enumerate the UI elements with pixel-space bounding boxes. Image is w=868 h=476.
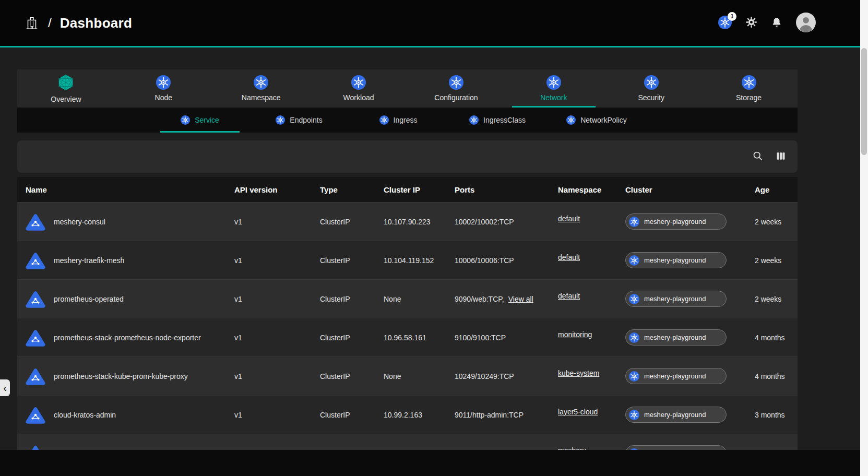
service-icon	[26, 212, 45, 232]
scrollbar-thumb[interactable]	[861, 48, 867, 155]
notifications-button[interactable]	[771, 17, 782, 30]
kubernetes-icon	[156, 75, 171, 90]
kubernetes-context-button[interactable]: 1	[718, 16, 732, 31]
subtab-ingress[interactable]: Ingress	[349, 108, 448, 133]
cluster-chip[interactable]: meshery-playground	[625, 252, 727, 268]
search-button[interactable]	[752, 150, 763, 163]
ports-value: 10002/10002:TCP	[455, 218, 514, 226]
cluster-name: meshery-playground	[644, 295, 706, 303]
service-icon	[26, 328, 45, 348]
cluster-chip[interactable]: meshery-playground	[625, 368, 727, 384]
column-header-cluster[interactable]: Cluster	[617, 185, 746, 194]
tab-namespace[interactable]: Namespace	[212, 69, 310, 108]
namespace-link[interactable]: monitoring	[558, 330, 592, 339]
tab-workload[interactable]: Workload	[310, 69, 408, 108]
search-icon	[752, 150, 763, 163]
tab-security[interactable]: Security	[602, 69, 700, 108]
cluster-cell: meshery-playground	[617, 368, 746, 384]
tab-storage[interactable]: Storage	[700, 69, 798, 108]
kubernetes-icon	[379, 115, 389, 125]
api-version-cell: v1	[226, 218, 312, 226]
cluster-name: meshery-playground	[644, 411, 706, 419]
namespace-cell: meshery	[550, 446, 617, 450]
table-body: meshery-consulv1ClusterIP10.107.90.22310…	[17, 202, 798, 450]
namespace-link[interactable]: default	[558, 292, 580, 300]
tab-network[interactable]: Network	[505, 69, 602, 108]
page-bottom-strip	[0, 450, 860, 476]
column-header-cluster-ip[interactable]: Cluster IP	[375, 185, 446, 194]
namespace-link[interactable]: meshery	[558, 446, 586, 450]
kubernetes-icon	[644, 75, 659, 90]
settings-button[interactable]	[745, 16, 757, 30]
resource-tabs: OverviewNodeNamespaceWorkloadConfigurati…	[17, 69, 798, 108]
user-menu-button[interactable]	[796, 13, 816, 34]
building-icon	[24, 15, 40, 31]
tab-configuration[interactable]: Configuration	[408, 69, 505, 108]
avatar	[796, 13, 816, 34]
ports-cell: 9100/9100:TCP	[446, 334, 550, 342]
table-row[interactable]: meshery-traefik-meshv1ClusterIP10.104.11…	[17, 241, 798, 279]
table-row[interactable]: mesherymeshery-playground	[17, 434, 798, 450]
tab-node[interactable]: Node	[115, 69, 212, 108]
namespace-link[interactable]: default	[558, 253, 580, 261]
subtab-networkpolicy[interactable]: NetworkPolicy	[547, 108, 646, 133]
table-row[interactable]: prometheus-stack-kube-prom-kube-proxyv1C…	[17, 356, 798, 395]
namespace-link[interactable]: kube-system	[558, 369, 599, 377]
view-columns-button[interactable]	[776, 151, 786, 163]
service-name-cell: prometheus-stack-prometheus-node-exporte…	[17, 328, 226, 348]
column-header-namespace[interactable]: Namespace	[550, 185, 617, 194]
age-cell: 4 months	[746, 372, 798, 380]
column-header-age[interactable]: Age	[746, 185, 798, 194]
kubernetes-icon	[254, 75, 268, 90]
breadcrumb: / Dashboard	[24, 15, 132, 31]
column-header-name[interactable]: Name	[17, 185, 226, 194]
service-name-cell: prometheus-stack-kube-prom-kube-proxy	[17, 366, 226, 386]
cluster-chip[interactable]: meshery-playground	[625, 445, 727, 450]
table-row[interactable]: prometheus-stack-prometheus-node-exporte…	[17, 318, 798, 356]
service-icon	[26, 366, 45, 386]
subtab-label: Endpoints	[290, 116, 322, 124]
view-all-ports-link[interactable]: View all	[508, 295, 533, 303]
table-row[interactable]: meshery-consulv1ClusterIP10.107.90.22310…	[17, 202, 798, 241]
service-name-cell: meshery-consul	[17, 212, 226, 232]
ports-cell: 9011/http-admin:TCP	[446, 411, 550, 419]
cluster-chip[interactable]: meshery-playground	[625, 407, 727, 423]
ports-cell: 10249/10249:TCP	[446, 372, 550, 380]
cluster-chip[interactable]: meshery-playground	[625, 213, 727, 230]
cluster-ip-cell: None	[375, 295, 446, 303]
column-header-api-version[interactable]: API version	[226, 185, 312, 194]
namespace-cell: default	[550, 215, 617, 223]
column-header-type[interactable]: Type	[312, 185, 375, 194]
cluster-ip-cell: 10.104.119.152	[375, 256, 446, 265]
column-header-ports[interactable]: Ports	[446, 185, 550, 194]
cluster-name: meshery-playground	[644, 256, 706, 264]
tab-overview[interactable]: Overview	[17, 69, 115, 108]
cluster-chip[interactable]: meshery-playground	[625, 291, 727, 307]
kubernetes-icon	[469, 115, 479, 125]
tab-label: Node	[155, 93, 172, 102]
drawer-collapse-toggle[interactable]: ‹	[0, 379, 10, 396]
cluster-ip-cell: 10.96.58.161	[375, 334, 446, 342]
cluster-cell: meshery-playground	[617, 291, 746, 307]
subtab-ingressclass[interactable]: IngressClass	[448, 108, 547, 133]
tab-label: Network	[540, 93, 567, 102]
page-scrollbar[interactable]	[860, 0, 868, 476]
namespace-link[interactable]: layer5-cloud	[558, 408, 598, 416]
cluster-chip[interactable]: meshery-playground	[625, 329, 727, 346]
ports-cell: 9090/web:TCP,View all	[446, 295, 550, 303]
namespace-link[interactable]: default	[558, 215, 580, 223]
age-cell: 3 months	[746, 411, 798, 419]
table-row[interactable]: prometheus-operatedv1ClusterIPNone9090/w…	[17, 279, 798, 318]
subtab-endpoints[interactable]: Endpoints	[249, 108, 349, 133]
ports-cell: 10006/10006:TCP	[446, 256, 550, 265]
age-cell: 2 weeks	[746, 218, 798, 226]
kubernetes-icon	[629, 294, 639, 304]
namespace-cell: default	[550, 292, 617, 300]
table-row[interactable]: cloud-kratos-adminv1ClusterIP10.99.2.163…	[17, 395, 798, 434]
cluster-ip-cell: 10.99.2.163	[375, 411, 446, 419]
cluster-cell: meshery-playground	[617, 407, 746, 423]
cluster-name: meshery-playground	[644, 218, 706, 225]
subtab-service[interactable]: Service	[150, 108, 249, 133]
type-cell: ClusterIP	[312, 372, 375, 380]
tab-label: Namespace	[242, 93, 281, 102]
